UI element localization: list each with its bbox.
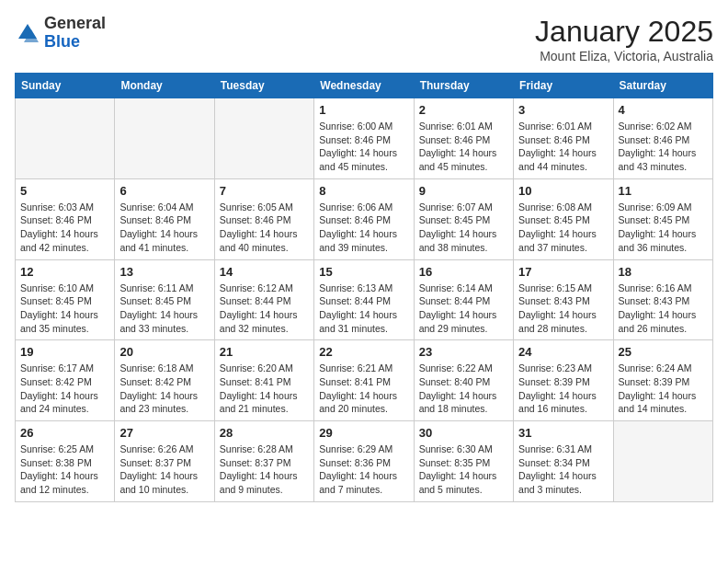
day-number: 20 xyxy=(119,345,209,359)
logo: General Blue xyxy=(15,15,106,52)
weekday-header-row: SundayMondayTuesdayWednesdayThursdayFrid… xyxy=(16,74,713,98)
logo-general-text: General xyxy=(44,14,106,32)
calendar-cell: 15Sunrise: 6:13 AMSunset: 8:44 PMDayligh… xyxy=(314,259,414,340)
day-number: 10 xyxy=(518,184,608,198)
calendar-cell: 21Sunrise: 6:20 AMSunset: 8:41 PMDayligh… xyxy=(214,340,313,421)
calendar-week-row: 19Sunrise: 6:17 AMSunset: 8:42 PMDayligh… xyxy=(16,340,713,421)
day-number: 12 xyxy=(20,265,109,279)
calendar-cell: 18Sunrise: 6:16 AMSunset: 8:43 PMDayligh… xyxy=(613,259,712,340)
logo-icon xyxy=(15,20,40,46)
day-info: Sunrise: 6:13 AMSunset: 8:44 PMDaylight:… xyxy=(319,282,408,336)
day-number: 27 xyxy=(119,426,209,440)
day-number: 24 xyxy=(518,345,608,359)
calendar-cell xyxy=(613,421,712,502)
day-info: Sunrise: 6:24 AMSunset: 8:39 PMDaylight:… xyxy=(619,362,708,416)
day-number: 19 xyxy=(20,345,109,359)
day-number: 17 xyxy=(518,265,608,279)
day-info: Sunrise: 6:00 AMSunset: 8:46 PMDaylight:… xyxy=(319,120,408,174)
day-number: 2 xyxy=(419,103,508,117)
calendar-week-row: 5Sunrise: 6:03 AMSunset: 8:46 PMDaylight… xyxy=(16,178,713,259)
day-number: 23 xyxy=(419,345,508,359)
day-info: Sunrise: 6:07 AMSunset: 8:45 PMDaylight:… xyxy=(419,201,508,255)
day-info: Sunrise: 6:20 AMSunset: 8:41 PMDaylight:… xyxy=(220,362,309,416)
day-number: 3 xyxy=(518,103,608,117)
day-info: Sunrise: 6:08 AMSunset: 8:45 PMDaylight:… xyxy=(518,201,608,255)
calendar-cell: 23Sunrise: 6:22 AMSunset: 8:40 PMDayligh… xyxy=(414,340,513,421)
calendar-cell xyxy=(214,98,313,179)
calendar-cell: 1Sunrise: 6:00 AMSunset: 8:46 PMDaylight… xyxy=(314,98,414,179)
calendar-cell: 12Sunrise: 6:10 AMSunset: 8:45 PMDayligh… xyxy=(16,259,115,340)
weekday-header-sunday: Sunday xyxy=(16,74,115,98)
calendar-cell: 13Sunrise: 6:11 AMSunset: 8:45 PMDayligh… xyxy=(115,259,214,340)
day-number: 16 xyxy=(419,265,508,279)
day-info: Sunrise: 6:10 AMSunset: 8:45 PMDaylight:… xyxy=(20,282,109,336)
weekday-header-saturday: Saturday xyxy=(613,74,712,98)
day-info: Sunrise: 6:23 AMSunset: 8:39 PMDaylight:… xyxy=(518,362,608,416)
calendar-cell xyxy=(16,98,115,179)
day-info: Sunrise: 6:02 AMSunset: 8:46 PMDaylight:… xyxy=(619,120,708,174)
calendar-table: SundayMondayTuesdayWednesdayThursdayFrid… xyxy=(15,73,713,502)
day-info: Sunrise: 6:21 AMSunset: 8:41 PMDaylight:… xyxy=(319,362,408,416)
calendar-cell: 14Sunrise: 6:12 AMSunset: 8:44 PMDayligh… xyxy=(214,259,313,340)
day-info: Sunrise: 6:22 AMSunset: 8:40 PMDaylight:… xyxy=(419,362,508,416)
title-block: January 2025 Mount Eliza, Victoria, Aust… xyxy=(535,15,713,63)
calendar-cell: 26Sunrise: 6:25 AMSunset: 8:38 PMDayligh… xyxy=(16,421,115,502)
logo-blue-text: Blue xyxy=(44,32,80,51)
calendar-cell: 5Sunrise: 6:03 AMSunset: 8:46 PMDaylight… xyxy=(16,178,115,259)
calendar-cell: 24Sunrise: 6:23 AMSunset: 8:39 PMDayligh… xyxy=(514,340,613,421)
calendar-cell xyxy=(115,98,214,179)
day-number: 28 xyxy=(220,426,309,440)
calendar-cell: 29Sunrise: 6:29 AMSunset: 8:36 PMDayligh… xyxy=(314,421,414,502)
day-number: 21 xyxy=(220,345,309,359)
calendar-cell: 19Sunrise: 6:17 AMSunset: 8:42 PMDayligh… xyxy=(16,340,115,421)
calendar-cell: 30Sunrise: 6:30 AMSunset: 8:35 PMDayligh… xyxy=(414,421,513,502)
day-info: Sunrise: 6:29 AMSunset: 8:36 PMDaylight:… xyxy=(319,442,408,497)
day-info: Sunrise: 6:06 AMSunset: 8:46 PMDaylight:… xyxy=(319,201,408,255)
day-info: Sunrise: 6:15 AMSunset: 8:43 PMDaylight:… xyxy=(518,282,608,336)
day-info: Sunrise: 6:12 AMSunset: 8:44 PMDaylight:… xyxy=(220,282,309,336)
calendar-cell: 17Sunrise: 6:15 AMSunset: 8:43 PMDayligh… xyxy=(514,259,613,340)
page-header: General Blue January 2025 Mount Eliza, V… xyxy=(15,15,713,63)
day-info: Sunrise: 6:04 AMSunset: 8:46 PMDaylight:… xyxy=(119,201,209,255)
day-info: Sunrise: 6:28 AMSunset: 8:37 PMDaylight:… xyxy=(220,442,309,497)
calendar-cell: 22Sunrise: 6:21 AMSunset: 8:41 PMDayligh… xyxy=(314,340,414,421)
day-info: Sunrise: 6:18 AMSunset: 8:42 PMDaylight:… xyxy=(119,362,209,416)
day-number: 18 xyxy=(619,265,708,279)
calendar-cell: 3Sunrise: 6:01 AMSunset: 8:46 PMDaylight… xyxy=(514,98,613,179)
day-info: Sunrise: 6:05 AMSunset: 8:46 PMDaylight:… xyxy=(220,201,309,255)
calendar-cell: 27Sunrise: 6:26 AMSunset: 8:37 PMDayligh… xyxy=(115,421,214,502)
day-info: Sunrise: 6:01 AMSunset: 8:46 PMDaylight:… xyxy=(419,120,508,174)
day-number: 9 xyxy=(419,184,508,198)
day-number: 8 xyxy=(319,184,408,198)
calendar-cell: 25Sunrise: 6:24 AMSunset: 8:39 PMDayligh… xyxy=(613,340,712,421)
calendar-week-row: 26Sunrise: 6:25 AMSunset: 8:38 PMDayligh… xyxy=(16,421,713,502)
calendar-cell: 16Sunrise: 6:14 AMSunset: 8:44 PMDayligh… xyxy=(414,259,513,340)
day-number: 15 xyxy=(319,265,408,279)
day-number: 7 xyxy=(220,184,309,198)
day-info: Sunrise: 6:14 AMSunset: 8:44 PMDaylight:… xyxy=(419,282,508,336)
day-number: 11 xyxy=(619,184,708,198)
weekday-header-monday: Monday xyxy=(115,74,214,98)
calendar-cell: 20Sunrise: 6:18 AMSunset: 8:42 PMDayligh… xyxy=(115,340,214,421)
day-number: 6 xyxy=(119,184,209,198)
day-number: 5 xyxy=(20,184,109,198)
day-info: Sunrise: 6:25 AMSunset: 8:38 PMDaylight:… xyxy=(20,442,109,497)
day-number: 31 xyxy=(518,426,608,440)
calendar-cell: 31Sunrise: 6:31 AMSunset: 8:34 PMDayligh… xyxy=(514,421,613,502)
weekday-header-thursday: Thursday xyxy=(414,74,513,98)
day-info: Sunrise: 6:30 AMSunset: 8:35 PMDaylight:… xyxy=(419,442,508,497)
day-info: Sunrise: 6:09 AMSunset: 8:45 PMDaylight:… xyxy=(619,201,708,255)
day-info: Sunrise: 6:16 AMSunset: 8:43 PMDaylight:… xyxy=(619,282,708,336)
weekday-header-tuesday: Tuesday xyxy=(214,74,313,98)
day-number: 29 xyxy=(319,426,408,440)
day-info: Sunrise: 6:17 AMSunset: 8:42 PMDaylight:… xyxy=(20,362,109,416)
day-info: Sunrise: 6:11 AMSunset: 8:45 PMDaylight:… xyxy=(119,282,209,336)
calendar-cell: 11Sunrise: 6:09 AMSunset: 8:45 PMDayligh… xyxy=(613,178,712,259)
calendar-title: January 2025 xyxy=(535,15,713,49)
calendar-cell: 6Sunrise: 6:04 AMSunset: 8:46 PMDaylight… xyxy=(115,178,214,259)
day-number: 22 xyxy=(319,345,408,359)
day-number: 1 xyxy=(319,103,408,117)
day-info: Sunrise: 6:01 AMSunset: 8:46 PMDaylight:… xyxy=(518,120,608,174)
calendar-subtitle: Mount Eliza, Victoria, Australia xyxy=(535,49,713,63)
calendar-week-row: 12Sunrise: 6:10 AMSunset: 8:45 PMDayligh… xyxy=(16,259,713,340)
